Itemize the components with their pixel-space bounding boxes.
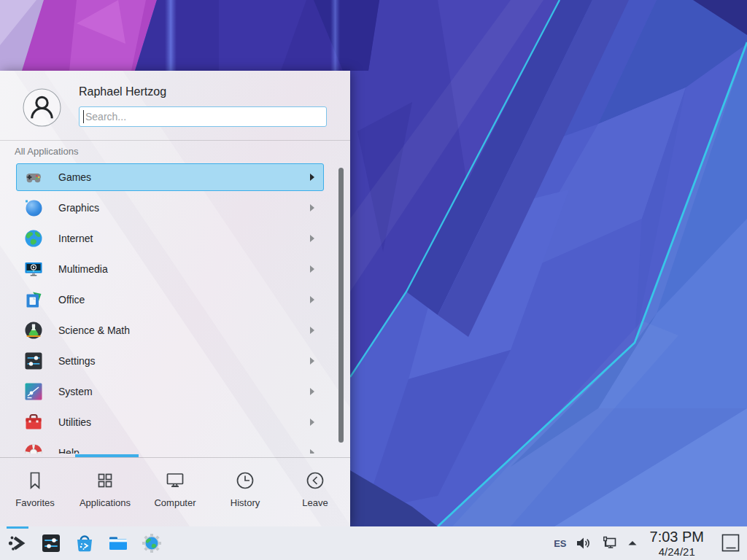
submenu-arrow-icon	[310, 235, 314, 242]
konqueror-browser-button[interactable]	[141, 532, 163, 554]
dolphin-file-manager-button[interactable]	[107, 532, 129, 554]
tab-label: Computer	[154, 497, 196, 508]
tab-applications[interactable]: Applications	[70, 458, 140, 526]
menu-tab-bar: Favorites Applications Computer History …	[0, 458, 350, 526]
network-icon[interactable]	[600, 534, 618, 552]
office-icon	[24, 290, 43, 309]
system-settings-button[interactable]	[40, 532, 62, 554]
settings-icon	[24, 351, 43, 370]
tab-label: Leave	[302, 497, 328, 508]
category-item-graphics[interactable]: Graphics	[16, 194, 324, 222]
taskbar-panel: ES 7:03 PM 4/24/21	[0, 526, 747, 560]
application-launcher-menu: Raphael Hertzog All Applications Games	[0, 71, 350, 526]
menu-header: Raphael Hertzog	[0, 71, 350, 141]
system-settings-icon	[40, 532, 62, 554]
category-item-science-math[interactable]: Science & Math	[16, 316, 324, 344]
kickoff-launcher-button[interactable]	[7, 532, 28, 554]
category-label: Office	[58, 294, 310, 306]
category-label: Help	[58, 447, 310, 454]
submenu-arrow-icon	[310, 357, 314, 365]
internet-icon	[24, 229, 43, 248]
taskbar-launchers	[0, 532, 163, 554]
digital-clock[interactable]: 7:03 PM 4/24/21	[650, 529, 704, 557]
submenu-arrow-icon	[310, 449, 314, 454]
submenu-arrow-icon	[310, 265, 314, 273]
folder-icon	[107, 532, 129, 554]
tab-leave[interactable]: Leave	[280, 458, 350, 526]
games-icon	[24, 168, 43, 187]
submenu-arrow-icon	[310, 204, 314, 211]
help-icon	[24, 443, 43, 454]
category-item-internet[interactable]: Internet	[16, 225, 324, 252]
category-label: Utilities	[58, 416, 310, 428]
category-label: Science & Math	[58, 324, 310, 336]
history-icon	[234, 470, 256, 491]
kickoff-icon	[7, 532, 28, 554]
scrollbar[interactable]	[338, 168, 344, 443]
tab-label: Favorites	[15, 497, 54, 508]
applications-icon	[94, 470, 116, 491]
show-desktop-icon	[721, 533, 741, 553]
search-input[interactable]	[79, 106, 327, 127]
multimedia-icon	[24, 260, 43, 279]
category-item-multimedia[interactable]: Multimedia	[16, 255, 324, 283]
keyboard-layout-indicator[interactable]: ES	[554, 538, 566, 549]
category-label: Graphics	[58, 202, 310, 214]
category-item-help[interactable]: Help	[16, 439, 324, 454]
user-name: Raphael Hertzog	[79, 85, 166, 98]
clock-time: 7:03 PM	[650, 529, 704, 544]
category-item-utilities[interactable]: Utilities	[16, 408, 324, 436]
favorites-icon	[24, 470, 46, 491]
show-desktop-button[interactable]	[721, 533, 741, 553]
category-label: System	[58, 386, 310, 397]
category-label: Settings	[58, 355, 310, 367]
section-label: All Applications	[15, 146, 78, 157]
volume-icon[interactable]	[575, 534, 592, 552]
leave-icon	[304, 470, 326, 491]
tab-favorites[interactable]: Favorites	[0, 458, 70, 526]
system-tray: ES 7:03 PM 4/24/21	[554, 529, 747, 557]
category-label: Multimedia	[58, 263, 310, 275]
tab-history[interactable]: History	[210, 458, 280, 526]
category-item-games[interactable]: Games	[16, 163, 324, 191]
computer-icon	[164, 470, 186, 491]
submenu-arrow-icon	[310, 388, 314, 395]
category-label: Games	[58, 171, 310, 183]
discover-button[interactable]	[74, 532, 96, 554]
discover-icon	[74, 532, 96, 554]
utilities-icon	[24, 413, 43, 432]
clock-date: 4/24/21	[650, 546, 704, 557]
category-item-system[interactable]: System	[16, 378, 324, 405]
tab-label: History	[231, 497, 260, 508]
submenu-arrow-icon	[310, 174, 314, 181]
system-icon	[24, 382, 43, 401]
category-item-office[interactable]: Office	[16, 286, 324, 314]
expand-tray-icon[interactable]	[626, 537, 639, 550]
category-item-settings[interactable]: Settings	[16, 347, 324, 375]
science-icon	[24, 321, 43, 340]
submenu-arrow-icon	[310, 419, 314, 426]
category-list: Games Graphics Internet	[0, 163, 350, 454]
tab-computer[interactable]: Computer	[140, 458, 210, 526]
category-label: Internet	[58, 233, 310, 244]
graphics-icon	[24, 198, 43, 217]
globe-gear-icon	[141, 532, 163, 554]
user-avatar-icon[interactable]	[23, 88, 61, 127]
tab-label: Applications	[80, 497, 131, 508]
active-launcher-indicator	[7, 526, 28, 529]
submenu-arrow-icon	[310, 327, 314, 334]
submenu-arrow-icon	[310, 296, 314, 303]
text-cursor	[83, 110, 84, 123]
